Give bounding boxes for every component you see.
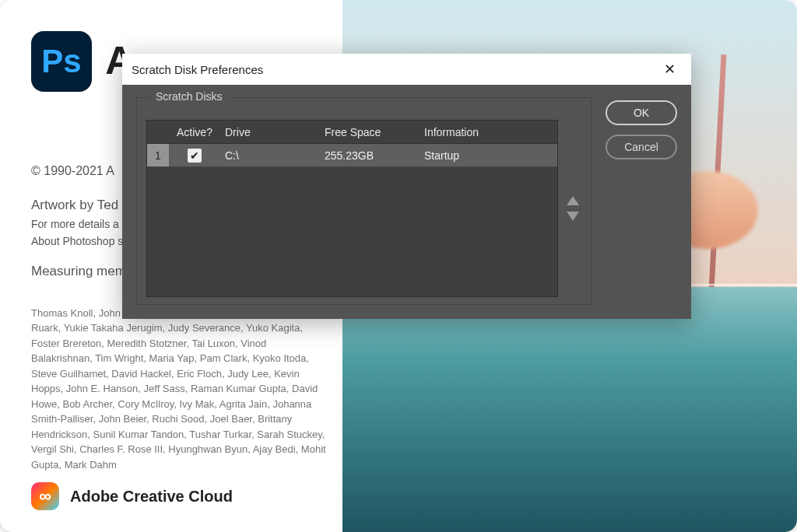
dialog-body: Scratch Disks Active? Drive Free Space I… xyxy=(122,85,691,319)
credits-text: Thomas Knoll, John Narayanan, Russell Er… xyxy=(31,306,327,473)
ps-app-icon: Ps xyxy=(31,31,92,92)
move-down-icon[interactable] xyxy=(567,212,579,221)
fieldset-legend: Scratch Disks xyxy=(149,90,229,103)
cancel-label: Cancel xyxy=(624,141,658,153)
col-drive: Drive xyxy=(220,126,320,138)
infinity-icon: ∞ xyxy=(39,488,51,505)
col-info: Information xyxy=(420,126,557,138)
row-number: 1 xyxy=(147,144,169,166)
scratch-disk-table: Active? Drive Free Space Information 1 ✔… xyxy=(146,120,558,297)
dialog-title-bar: Scratch Disk Preferences ✕ xyxy=(122,54,691,85)
scratch-disks-fieldset: Scratch Disks Active? Drive Free Space I… xyxy=(136,97,592,305)
reorder-arrows xyxy=(564,120,581,297)
dialog-buttons: OK Cancel xyxy=(606,97,677,305)
creative-cloud-row: ∞ Adobe Creative Cloud xyxy=(31,482,233,510)
active-checkbox[interactable]: ✔ xyxy=(188,149,202,163)
ok-label: OK xyxy=(634,107,649,119)
dialog-title: Scratch Disk Preferences xyxy=(132,63,263,76)
col-active: Active? xyxy=(169,126,220,138)
col-free: Free Space xyxy=(320,126,420,138)
move-up-icon[interactable] xyxy=(567,196,579,205)
cancel-button[interactable]: Cancel xyxy=(606,135,677,159)
creative-cloud-icon: ∞ xyxy=(31,482,59,510)
ps-label: Ps xyxy=(41,36,81,86)
scratch-disk-dialog: Scratch Disk Preferences ✕ Scratch Disks… xyxy=(122,54,691,319)
row-info: Startup xyxy=(420,149,557,162)
table-row[interactable]: 1 ✔ C:\ 255.23GB Startup xyxy=(147,144,557,167)
close-icon[interactable]: ✕ xyxy=(658,58,682,81)
creative-cloud-label: Adobe Creative Cloud xyxy=(70,485,233,509)
row-drive: C:\ xyxy=(220,149,320,162)
ok-button[interactable]: OK xyxy=(606,100,677,125)
table-header: Active? Drive Free Space Information xyxy=(147,121,557,144)
row-free: 255.23GB xyxy=(320,149,420,162)
